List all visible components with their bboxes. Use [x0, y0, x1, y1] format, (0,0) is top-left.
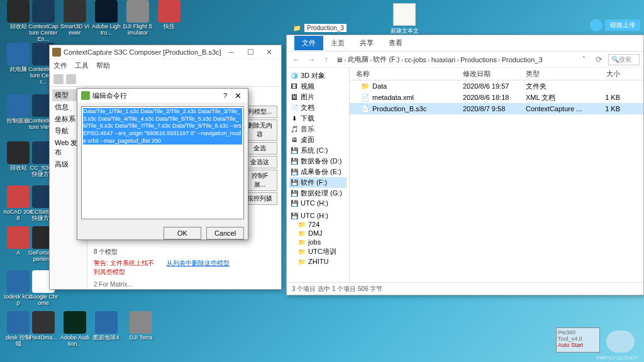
- tree-item[interactable]: 🖼图片: [289, 92, 347, 102]
- nav-up-button[interactable]: ↑: [321, 54, 332, 65]
- tree-item[interactable]: 📄文档: [289, 102, 347, 113]
- explorer-ribbon-tabs: 文件 主页 共享 查看: [287, 35, 643, 52]
- menubar: 文件 工具 帮助: [50, 59, 281, 72]
- list-header[interactable]: 名称 修改日期 类型 大小: [350, 68, 643, 80]
- maximize-button[interactable]: ☐: [241, 46, 260, 58]
- window-title: ContextCapture S3C Composer [Production_…: [64, 48, 222, 56]
- desktop-icon[interactable]: Pix4Dma...: [28, 311, 58, 341]
- tree-item[interactable]: 💾系统 (C:): [289, 145, 347, 156]
- warning-text: 警告: 文件系统上找不: [94, 260, 154, 266]
- desktop-icon[interactable]: 图新地球4: [91, 311, 121, 341]
- dialog-title: 编辑命令行: [92, 91, 219, 101]
- tree-item[interactable]: 📁UTC培训: [289, 246, 347, 257]
- refresh-button[interactable]: ⟳: [593, 54, 604, 65]
- tree-item[interactable]: 💾软件 (F:): [289, 177, 347, 188]
- explorer-file-list: 名称 修改日期 类型 大小 📁Data2020/8/6 19:57文件夹📄met…: [350, 68, 643, 282]
- tab-file[interactable]: 文件: [294, 36, 323, 50]
- composer-titlebar[interactable]: ContextCapture S3C Composer [Production_…: [50, 45, 281, 59]
- edit-command-dialog: 编辑命令行 ? ✕ Data/Tile_1/Tile_1.s3c Data/Ti…: [77, 88, 248, 240]
- help-button[interactable]: ?: [219, 92, 231, 99]
- tree-item[interactable]: 💾UTC (H:): [289, 211, 347, 220]
- ok-button[interactable]: OK: [164, 227, 201, 239]
- desktop-icon[interactable]: DJI Terra: [126, 311, 156, 341]
- tree-item[interactable]: 📁ZHITU: [289, 257, 347, 266]
- desktop-icon[interactable]: Adobe Audition...: [60, 311, 90, 348]
- tree-item[interactable]: 📁724: [289, 220, 347, 229]
- tree-item[interactable]: 💾数据备份 (D:): [289, 156, 347, 167]
- folder-icon: 📁: [293, 25, 301, 31]
- tree-item[interactable]: 📁DMJ: [289, 229, 347, 238]
- tree-item[interactable]: 🧊3D 对象: [289, 70, 347, 81]
- cancel-button[interactable]: Cancel: [206, 227, 244, 239]
- desktop-icon[interactable]: Smart3D Viewer: [60, 0, 90, 36]
- dialog-icon: [81, 91, 90, 100]
- tab-view[interactable]: 查看: [381, 36, 410, 50]
- cloud-logo-icon: [606, 331, 635, 353]
- breadcrumb[interactable]: 🖥 ›此电脑 ›软件 (F:) ›cc-jobs ›huaxian ›Produ…: [336, 55, 574, 64]
- toolbar: [50, 72, 281, 87]
- tree-item[interactable]: 🎵音乐: [289, 124, 347, 134]
- dialog-close-button[interactable]: ✕: [231, 91, 244, 101]
- dialog-titlebar[interactable]: 编辑命令行 ? ✕: [77, 89, 248, 102]
- weather-text: PARTLY CLOUDY: [597, 355, 638, 361]
- cloud-upload-widget: 链接上传: [590, 19, 640, 31]
- desktop-icon[interactable]: DJI Flight Simulator: [123, 0, 153, 36]
- tree-item[interactable]: 💾UTC (H:): [289, 199, 347, 207]
- tree-item[interactable]: 🖥桌面: [289, 134, 347, 145]
- tab-share[interactable]: 共享: [352, 36, 381, 50]
- minimize-button[interactable]: ─: [222, 46, 241, 58]
- desktop-icon[interactable]: ContextCapture Center En...: [28, 0, 58, 43]
- breadcrumb-dropdown[interactable]: ˅: [578, 54, 589, 65]
- upload-link-button[interactable]: 链接上传: [605, 19, 640, 31]
- tree-item[interactable]: 📁jobs: [289, 238, 347, 246]
- nav-back-button[interactable]: ←: [291, 54, 302, 65]
- remove-missing-link[interactable]: 从列表中删除这些模型: [167, 259, 230, 277]
- model-count: 8 个模型: [94, 248, 275, 256]
- desktop-icon[interactable]: 快压: [154, 0, 184, 30]
- explorer-title: Production_3: [304, 24, 347, 32]
- tree-item[interactable]: ⬇下载: [289, 113, 347, 124]
- nav-forward-button[interactable]: →: [306, 54, 317, 65]
- menu-file[interactable]: 文件: [53, 61, 67, 70]
- pie360-tool-widget[interactable]: Pie360 Tool_v4.0 Auto Start: [556, 327, 600, 353]
- search-input[interactable]: 🔍 搜索: [608, 54, 640, 65]
- explorer-window: 文件 主页 共享 查看 📁 Production_3 ← → ↑ 🖥 ›此电脑 …: [286, 35, 644, 295]
- tree-item[interactable]: 💾成果备份 (E:): [289, 167, 347, 177]
- cloud-icon: [590, 19, 602, 31]
- file-row[interactable]: 📄Production_B.s3c2020/8/7 9:58ContextCap…: [350, 103, 643, 114]
- menu-help[interactable]: 帮助: [96, 61, 110, 70]
- tool-open-icon[interactable]: [53, 74, 64, 84]
- tree-item[interactable]: 💾数据处理 (G:): [289, 188, 347, 199]
- footer-status: 2 For Matrix...: [94, 281, 133, 288]
- menu-tools[interactable]: 工具: [75, 61, 89, 70]
- close-button[interactable]: ✕: [260, 46, 279, 58]
- file-row[interactable]: 📁Data2020/8/6 19:57文件夹: [350, 80, 643, 92]
- file-row[interactable]: 📄metadata.xml2020/8/6 18:18XML 文档1 KB: [350, 92, 643, 103]
- explorer-tree[interactable]: 🧊3D 对象🎞视频🖼图片📄文档⬇下载🎵音乐🖥桌面💾系统 (C:)💾数据备份 (D…: [287, 68, 350, 282]
- app-icon: [52, 48, 61, 57]
- explorer-status-bar: 3 个项目 选中 1 个项目 506 字节: [287, 282, 643, 295]
- tree-item[interactable]: 🎞视频: [289, 81, 347, 92]
- tool-save-icon[interactable]: [66, 74, 76, 84]
- command-textarea[interactable]: Data/Tile_1/Tile_1.s3c Data/Tile_2/Tile_…: [81, 106, 244, 219]
- desktop-icon[interactable]: Adobe Lightro...: [91, 0, 121, 36]
- tab-home[interactable]: 主页: [323, 36, 352, 50]
